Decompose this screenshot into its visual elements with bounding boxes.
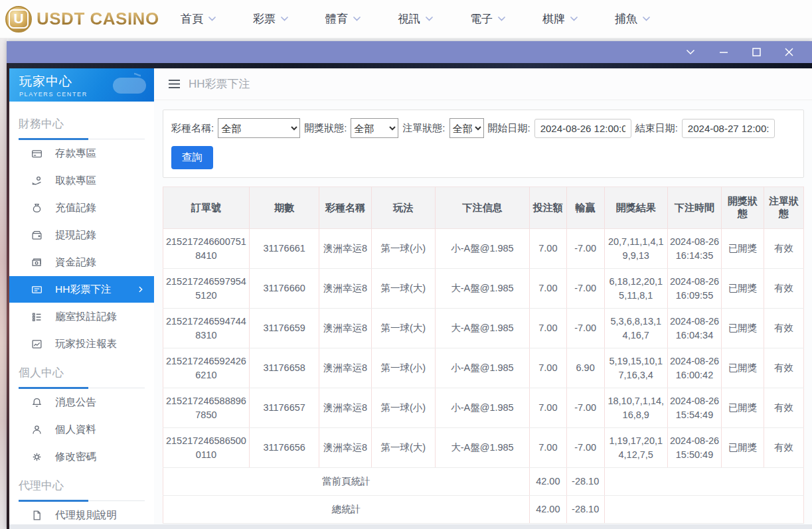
minimize-icon[interactable] [719,49,728,55]
report-icon [31,339,42,350]
table-cell: 小-A盤@1.985 [435,388,529,428]
lottery-name-select[interactable]: 全部 [218,118,300,138]
sidebar-item-change-password[interactable]: 修改密碼 [9,443,154,470]
chevron-down-icon [498,17,505,21]
table-cell: 31176659 [249,309,319,348]
table-cell: 6.90 [566,348,604,388]
nav-item-chess[interactable]: 棋牌 [542,11,578,27]
table-header-cell: 期數 [249,187,319,229]
sidebar-item-label: 充值記錄 [55,201,96,215]
chevron-down-icon [643,17,650,21]
nav-item-fishing[interactable]: 捕魚 [615,11,650,27]
table-cell: 有效 [764,428,804,468]
nav-item-sports[interactable]: 體育 [325,11,361,27]
sidebar-item-room-bet-record[interactable]: 廳室投註記錄 [9,303,154,330]
sidebar-item-player-bet-report[interactable]: 玩家投注報表 [9,331,154,357]
nav-item-video[interactable]: 視訊 [398,11,433,27]
nav-item-label: 首頁 [181,11,203,27]
window-body: 玩家中心 PLAYERS CENTER 財務中心存款專區取款專區充值記錄提現記錄… [7,63,812,529]
table-cell: 大-A盤@1.985 [435,269,529,309]
sidebar-item-label: 存款專區 [55,147,96,161]
chevron-down-icon [570,17,578,21]
table-row: 215217246588896785031176657澳洲幸运8第一球(小)小-… [163,388,804,428]
table-cell: 7.00 [529,309,566,348]
chevron-down-icon [208,17,216,21]
sidebar-item-deposit[interactable]: 存款專區 [9,140,154,167]
sidebar-item-hh-lottery-bets[interactable]: HH彩票下注 [9,276,154,303]
nav-item-electronic[interactable]: 電子 [470,11,505,27]
table-cell: 2024-08-26 16:09:55 [667,269,721,309]
end-date-input[interactable] [682,119,775,138]
logo[interactable]: U USDT CASINO [5,6,159,33]
table-cell: 31176656 [249,428,319,468]
table-cell: 已開獎 [722,348,764,388]
sidebar-item-label: 資金記錄 [55,256,96,269]
table-cell: 7.00 [529,269,566,309]
nav-item-lottery[interactable]: 彩票 [253,11,288,27]
sidebar-item-recharge-record[interactable]: 充值記錄 [9,194,154,221]
nav-item-label: 體育 [325,11,348,27]
table-cell: -7.00 [566,229,604,269]
order-status-select[interactable]: 全部 [449,118,484,138]
summary-label: 當前頁統計 [163,468,530,496]
end-date-label: 結束日期: [635,122,678,135]
bell-icon [31,397,42,408]
main-menu: 首頁彩票體育視訊電子棋牌捕魚 [181,11,650,27]
sidebar-item-withdrawal-record[interactable]: 提現記錄 [9,222,154,248]
summary-bet-total: 42.00 [529,496,566,524]
sidebar-item-funds-record[interactable]: 資金記錄 [9,249,154,275]
sidebar-item-label: 提現記錄 [55,228,96,242]
document-icon [31,510,42,521]
nav-item-label: 視訊 [398,11,420,27]
card-icon [31,148,42,159]
window-titlebar [7,41,812,63]
nav-item-home[interactable]: 首頁 [181,11,216,27]
table-row: 215217246594744831031176659澳洲幸运8第一球(大)大-… [163,309,804,348]
sidebar-item-agent-rules[interactable]: 代理規則說明 [9,502,154,528]
gear-icon [31,451,42,463]
sidebar-sections: 財務中心存款專區取款專區充值記錄提現記錄資金記錄HH彩票下注廳室投註記錄玩家投注… [9,102,154,528]
sidebar-item-label: 修改密碼 [55,450,96,464]
table-cell: 7.00 [529,229,566,269]
summary-winloss-total: -28.10 [566,468,604,496]
sidebar-item-withdraw[interactable]: 取款專區 [9,167,154,194]
sidebar-item-announcements[interactable]: 消息公告 [9,389,154,416]
sidebar-item-profile[interactable]: 個人資料 [9,416,154,443]
table-cell: -7.00 [566,388,604,428]
table-cell: 已開獎 [722,269,764,309]
start-date-label: 開始日期: [488,122,530,135]
table-cell: 2152172465865000110 [163,428,250,468]
table-cell: 大-A盤@1.985 [435,309,529,348]
summary-row: 當前頁統計42.00-28.10 [163,468,804,496]
draw-status-select[interactable]: 全部 [351,118,398,138]
menu-toggle-icon[interactable] [169,80,180,88]
table-cell: 7.00 [529,428,566,468]
table-cell: 2024-08-26 16:00:42 [667,348,721,388]
main-header: HH彩票下注 [154,68,812,100]
table-cell: 2024-08-26 16:14:35 [667,229,721,269]
page-background-edge [0,38,7,529]
table-header-cell: 注單狀態 [764,187,804,229]
table-cell: 20,7,11,1,4,19,9,13 [604,229,667,269]
table-cell: 第一球(大) [371,428,435,468]
nav-item-label: 電子 [470,11,493,27]
start-date-input[interactable] [534,119,631,138]
gamepad-icon [110,71,149,100]
table-cell: 有效 [764,348,804,388]
table-cell: 大-A盤@1.985 [435,428,529,468]
table-cell: 2152172466007518410 [163,229,250,269]
table-cell: 5,19,15,10,17,16,3,4 [604,348,667,388]
search-button[interactable]: 查詢 [171,146,213,169]
maximize-icon[interactable] [752,48,761,56]
table-cell: 有效 [764,309,804,348]
collapse-icon[interactable] [686,49,695,55]
table-cell: 2152172465924266210 [163,348,250,388]
summary-empty [604,468,803,496]
person-icon [31,424,42,435]
table-cell: 澳洲幸运8 [319,269,371,309]
hand-coin-icon [31,175,42,187]
summary-bet-total: 42.00 [529,468,566,496]
table-cell: 2152172465947448310 [163,309,250,348]
close-icon[interactable] [785,48,793,56]
table-cell: 已開獎 [722,229,764,269]
